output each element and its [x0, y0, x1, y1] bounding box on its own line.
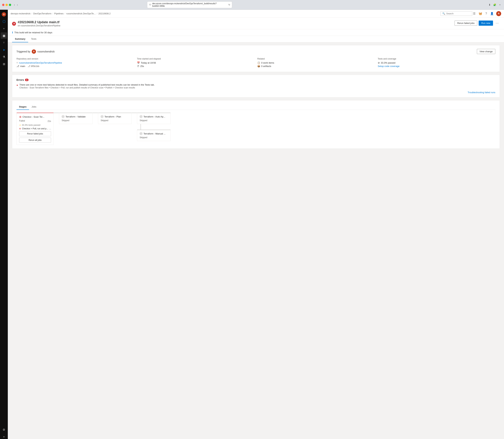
sidebar-icon-repos[interactable]: ⑂ — [1, 39, 7, 46]
stage-card-checkov: ⊗ Checkov - Scan Ter... Failed 21s ⚠ 33.… — [16, 113, 54, 145]
breadcrumb-org[interactable]: devops-mckendrick — [11, 12, 30, 15]
clock-icon: ⏱ — [137, 65, 139, 68]
meta-time: Time started and elapsed 📅 Today at 19:5… — [137, 58, 255, 68]
meta-started: 📅 Today at 19:56 — [137, 61, 255, 64]
stage-duration-checkov: 21s — [48, 120, 51, 122]
retention-notice: This build will be retained for 30 days — [14, 31, 52, 34]
breadcrumb: devops-mckendrick / DevOpsTerraform / Pi… — [11, 12, 440, 15]
stage-card-manual: ⊘ Terraform - Manual ... Skipped — [137, 130, 171, 141]
breadcrumb-project[interactable]: DevOpsTerraform — [33, 12, 51, 15]
rerun-all-button[interactable]: Rerun all jobs — [19, 138, 51, 143]
branch-name: main — [20, 65, 25, 68]
url-text: dev.azure.com/devops-mckendrick/DevOpsTe… — [152, 2, 227, 7]
main-tabs: Summary Tests — [8, 36, 504, 42]
stage-skipped-icon-plan: ⊘ — [101, 115, 103, 118]
downloads-icon[interactable]: ⬇ — [488, 3, 492, 7]
tab-tests[interactable]: Tests — [28, 36, 39, 42]
traffic-light-red[interactable] — [2, 4, 4, 6]
basket-icon[interactable]: 🧺 — [478, 11, 483, 16]
page-title: #20210608.2 Update main.tf — [18, 20, 61, 24]
troubleshoot-anchor[interactable]: Troubleshooting failed runs — [468, 91, 495, 94]
meta-related: Related 📋 0 work items 📦 0 artifacts — [257, 58, 375, 68]
stage-job-more: ... — [49, 127, 51, 130]
sidebar-icon-azure[interactable]: ⬡ — [1, 18, 7, 25]
meta-branch: ⎇ main ⎇ 8f5b1bb — [16, 65, 134, 68]
errors-count-badge: 1 — [25, 79, 28, 81]
sidebar-icon-artifacts[interactable]: ⊞ — [1, 61, 7, 67]
stages-tab-jobs[interactable]: Jobs — [29, 104, 39, 110]
page-header: ✕ #20210608.2 Update main.tf on russmcke… — [8, 18, 504, 29]
stage-wrapper-validate: ⊘ Terraform - Validate Skipped — [59, 113, 93, 124]
sidebar-icon-testplans[interactable]: ⚗ — [1, 54, 7, 60]
breadcrumb-build[interactable]: 20210608.2 — [98, 12, 111, 15]
address-bar[interactable]: 🛡 dev.azure.com/devops-mckendrick/DevOps… — [147, 1, 232, 8]
connector-checkov-validate — [54, 113, 59, 113]
repo-icon: ⑂ — [16, 61, 18, 64]
search-input[interactable] — [446, 12, 467, 15]
refresh-icon[interactable]: ↻ — [228, 3, 230, 6]
error-message: There are one or more test failures dete… — [19, 84, 155, 86]
traffic-lights — [2, 4, 11, 6]
page-title-area: ✕ #20210608.2 Update main.tf on russmcke… — [12, 20, 61, 27]
info-icon: ℹ — [12, 31, 13, 34]
add-tab-button[interactable]: ＋ — [498, 3, 502, 7]
rerun-failed-button[interactable]: Rerun failed jobs — [19, 131, 51, 136]
meta-elapsed: ⏱ 25s — [137, 65, 255, 68]
breadcrumb-sep-1: / — [32, 12, 32, 15]
sidebar-icon-avatar[interactable]: D — [1, 11, 7, 18]
more-options-button[interactable]: ⋯ — [494, 20, 500, 26]
breadcrumb-sep-2: / — [52, 12, 53, 15]
top-nav-avatar[interactable]: R — [496, 11, 501, 16]
top-nav: devops-mckendrick / DevOpsTerraform / Pi… — [8, 10, 504, 18]
stage-header-validate: ⊘ Terraform - Validate — [62, 115, 90, 118]
breadcrumb-pipelines[interactable]: Pipelines — [54, 12, 64, 15]
page-subtitle: on russmckendrick.DevOpsTerraformPipelin… — [18, 24, 61, 27]
meta-grid: Repository and version ⑂ russmckendrick/… — [16, 58, 495, 68]
tab-summary[interactable]: Summary — [12, 36, 28, 42]
breadcrumb-pipeline-name[interactable]: russmckendrick.DevOpsTe... — [66, 12, 96, 15]
view-change-button[interactable]: View change — [477, 49, 495, 54]
errors-header: Errors 1 — [16, 78, 495, 81]
build-id: #20210608.2 — [18, 20, 36, 24]
stage-header-checkov: ⊗ Checkov - Scan Ter... — [19, 115, 51, 119]
extensions-icon[interactable]: 🧩 — [492, 3, 497, 7]
triggered-card-body: Triggered by R russmckendrick View chang… — [12, 45, 500, 72]
stage-job-checkov: ⊗ Checkov > Pull, run and p... ... — [19, 127, 51, 130]
error-path: Checkov - Scan Terraform files • Checkov… — [19, 86, 155, 89]
time-started: Today at 19:56 — [141, 61, 156, 64]
help-icon[interactable]: ? — [485, 11, 488, 16]
sidebar-icon-add[interactable]: ＋ — [1, 25, 7, 32]
artifacts-count: 0 artifacts — [261, 65, 271, 68]
meta-repository: Repository and version ⑂ russmckendrick/… — [16, 58, 134, 68]
meta-artifacts: 📦 0 artifacts — [257, 65, 375, 68]
errors-card: Errors 1 ● There are one or more test fa… — [12, 75, 500, 98]
stages-tab-stages[interactable]: Stages — [16, 104, 29, 110]
back-button[interactable]: ‹ — [13, 3, 16, 7]
forward-button[interactable]: › — [16, 3, 19, 7]
tests-check-icon: ⊘ — [378, 61, 380, 64]
run-new-button[interactable]: Run new — [479, 21, 493, 26]
nav-right: ☰ 🧺 ? 👤 R — [472, 11, 501, 16]
list-view-icon[interactable]: ☰ — [472, 11, 476, 16]
stages-card-body: Stages Jobs ⊗ Checkov - Scan Ter... Fail… — [12, 100, 500, 148]
stage-status-validate: Skipped — [62, 119, 69, 122]
tests-section-label: Tests and coverage — [378, 58, 495, 60]
rerun-failed-jobs-button[interactable]: Rerun failed jobs — [455, 21, 477, 26]
stage-tests-text: 33.3% tests passed — [22, 124, 40, 126]
setup-coverage-link[interactable]: Setup code coverage — [378, 65, 400, 68]
user-settings-icon[interactable]: 👤 — [490, 11, 494, 16]
breadcrumb-sep-3: / — [65, 12, 65, 15]
tests-passed-text: 33.3% passed — [381, 61, 395, 64]
vertical-connector — [141, 124, 141, 130]
stage-status-manual: Skipped — [140, 136, 147, 139]
sidebar-icon-boards[interactable]: ▦ — [1, 32, 7, 39]
traffic-light-yellow[interactable] — [5, 4, 8, 6]
sidebar-icon-settings[interactable]: ⚙ — [1, 427, 7, 433]
stage-name-checkov: Checkov - Scan Ter... — [23, 116, 44, 118]
sidebar-icon-pipelines[interactable]: ➤ — [1, 47, 7, 53]
sidebar-icon-expand[interactable]: » — [1, 434, 7, 439]
triggered-user-avatar: R — [32, 49, 36, 54]
search-box[interactable]: 🔍 — [440, 11, 472, 16]
repo-link[interactable]: russmckendrick/DevOpsTerraformPipeline — [19, 61, 62, 64]
traffic-light-green[interactable] — [9, 4, 11, 6]
